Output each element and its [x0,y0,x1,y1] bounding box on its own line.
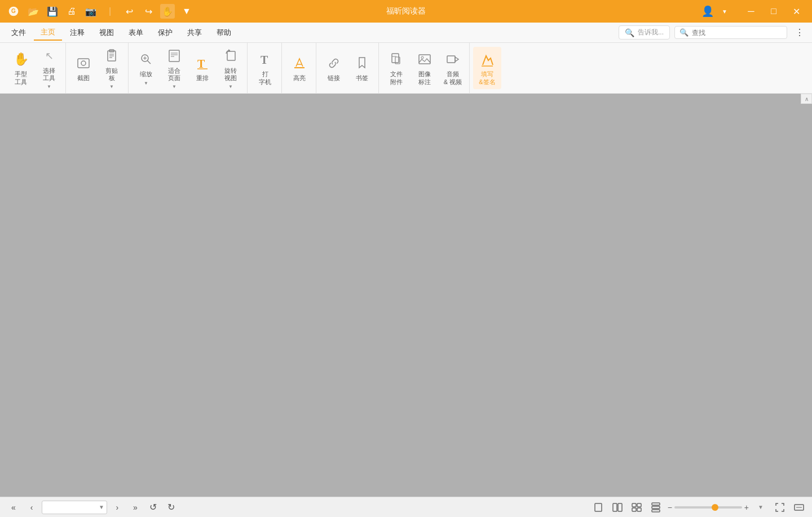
file-attach-label: 文件附件 [390,71,403,85]
close-btn[interactable]: ✕ [786,3,806,19]
hand-tool-ribbon-btn[interactable]: ✋ 手型工具 [7,47,35,89]
screenshot-icon [74,54,92,72]
app-logo[interactable]: G [6,3,21,19]
rotate-arrow: ▼ [228,84,233,89]
file-attach-btn[interactable]: 文件附件 [382,47,411,89]
highlight-label: 高亮 [293,75,306,82]
svg-rect-37 [632,508,636,511]
zoom-btn[interactable]: 缩放 ▼ [132,47,160,89]
scroll-view-btn[interactable] [648,500,663,515]
tell-me-label: 告诉我... [638,28,664,37]
audio-video-btn[interactable]: 音频& 视频 [439,47,467,89]
page-input-box[interactable]: ▼ [42,501,107,514]
rotate-label: 旋转视图 [224,67,237,82]
fitpage-btn[interactable]: 适合页面 ▼ [160,43,188,93]
reflow-btn[interactable]: T 重排 [188,51,217,85]
menu-search-area: 🔍 告诉我... 🔍 ⋮ [619,25,807,41]
clipboard-btn[interactable]: 剪贴板 ▼ [98,43,126,93]
highlight-btn[interactable]: 高亮 [285,51,314,85]
bookmark-btn[interactable]: 书签 [348,51,376,85]
hand-tool-btn[interactable]: ✋ [160,4,175,19]
zoom-minus-btn[interactable]: − [668,503,672,512]
audio-video-icon [444,50,462,68]
menu-extra-btn[interactable]: ⋮ [792,25,807,41]
user-dropdown-btn[interactable]: ▼ [717,4,732,19]
audio-video-label: 音频& 视频 [444,71,462,85]
more-tools-btn[interactable]: ▼ [179,4,194,19]
ribbon-group-attach: 文件附件 图像标注 音频& 视频 [380,43,470,93]
svg-rect-33 [613,503,617,511]
minimize-btn[interactable]: ─ [741,3,761,19]
fitpage-icon [165,47,183,65]
svg-text:G: G [11,8,16,14]
rotate-btn[interactable]: 旋转视图 ▼ [217,43,245,93]
ribbon: ✋ 手型工具 ↖ 选择工具 ▼ 截图 剪贴板 ▼ [0,43,812,94]
svg-rect-39 [652,503,660,505]
menu-file[interactable]: 文件 [5,25,33,40]
user-btn[interactable]: 👤 [700,4,715,19]
link-btn[interactable]: 链接 [320,51,348,85]
ribbon-group-sign: 填写&签名 [471,43,504,93]
print-btn[interactable]: 🖨 [64,4,79,19]
menu-view[interactable]: 视图 [92,25,121,40]
select-tool-label: 选择工具 [43,67,55,82]
fill-sign-label: 填写&签名 [479,71,495,85]
search-box[interactable]: 🔍 [674,26,787,39]
rotate-left-btn[interactable]: ↺ [145,500,161,515]
menu-share[interactable]: 共享 [180,25,209,40]
highlight-icon [290,54,308,72]
undo-btn[interactable]: ↩ [122,4,136,19]
first-page-btn[interactable]: « [6,500,21,515]
svg-text:T: T [261,54,268,66]
page-dropdown-arrow[interactable]: ▼ [99,504,107,510]
ribbon-group-pageview: 缩放 ▼ 适合页面 ▼ T 重排 旋转视图 ▼ [130,43,248,93]
single-page-view-btn[interactable] [591,500,606,515]
search-icon2: 🔍 [679,28,689,37]
fill-sign-btn[interactable]: 填写&签名 [473,47,501,89]
redo-btn[interactable]: ↪ [141,4,156,19]
zoom-dropdown-btn[interactable]: ▼ [753,500,768,515]
menu-protect[interactable]: 保护 [151,25,179,40]
screenshot-btn[interactable]: 📷 [83,4,98,19]
fullscreen-btn[interactable] [773,500,787,515]
select-icon: ↖ [40,47,58,65]
facing-view-btn[interactable] [610,500,625,515]
menu-comment[interactable]: 注释 [63,25,91,40]
select-tool-btn[interactable]: ↖ 选择工具 ▼ [35,43,63,93]
main-content [0,94,812,497]
image-annotate-btn[interactable]: 图像标注 [411,47,439,89]
double-view-btn[interactable] [629,500,644,515]
svg-rect-40 [652,506,660,509]
maximize-btn[interactable]: □ [764,3,784,19]
svg-rect-19 [227,51,235,60]
open-folder-btn[interactable]: 📂 [26,4,41,19]
svg-rect-35 [632,503,636,507]
ribbon-group-highlight: 高亮 [283,43,316,93]
next-page-btn[interactable]: › [109,500,125,515]
search-input[interactable] [692,29,782,37]
hand-icon: ✋ [12,50,30,68]
screenshot-ribbon-btn[interactable]: 截图 [69,51,98,85]
svg-text:T: T [197,58,205,70]
reflow-label: 重排 [196,75,209,82]
typewriter-label: 打字机 [259,71,271,85]
zoom-slider[interactable] [674,506,742,509]
page-number-input[interactable] [42,502,99,512]
fit-width-btn[interactable] [792,500,806,515]
tell-me-box[interactable]: 🔍 告诉我... [619,25,670,40]
last-page-btn[interactable]: » [127,500,143,515]
menu-form[interactable]: 表单 [122,25,150,40]
rotate-right-btn[interactable]: ↻ [164,500,179,515]
rotate-icon [222,47,240,65]
menu-help[interactable]: 帮助 [210,25,238,40]
link-label: 链接 [328,75,340,82]
ribbon-collapse-btn[interactable]: ∧ [801,94,812,104]
typewriter-btn[interactable]: T 打字机 [251,47,279,89]
svg-line-10 [147,61,151,64]
save-btn[interactable]: 💾 [45,4,60,19]
zoom-plus-btn[interactable]: + [744,503,749,512]
zoom-icon [137,50,155,68]
prev-page-btn[interactable]: ‹ [24,500,39,515]
menu-home[interactable]: 主页 [34,25,62,41]
link-icon [325,54,343,72]
